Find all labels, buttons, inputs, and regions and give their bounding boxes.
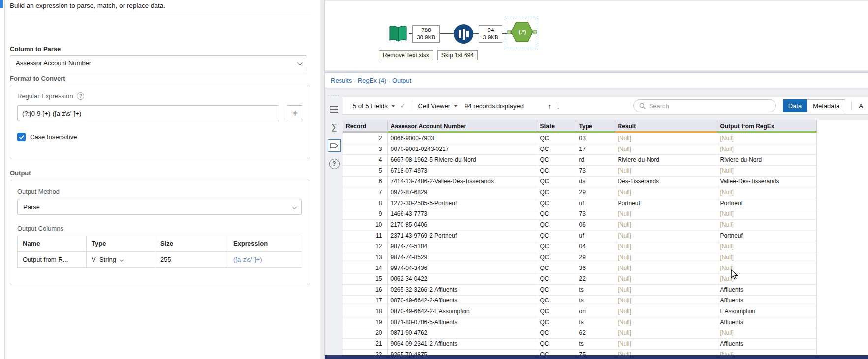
cell[interactable]: 17	[576, 144, 615, 154]
input-tool-annotation[interactable]: Remove Text.xlsx	[379, 50, 433, 60]
cell[interactable]: [Null]	[615, 252, 717, 263]
table-row[interactable]: 102170-85-0406QC06[Null][Null]	[343, 219, 816, 230]
add-expression-button[interactable]: +	[287, 105, 303, 121]
cell[interactable]: QC	[537, 284, 576, 295]
cell[interactable]: [Null]	[717, 133, 816, 144]
help-icon[interactable]: ?	[77, 92, 84, 100]
cell[interactable]: [Null]	[615, 144, 717, 154]
output-column-size[interactable]: 255	[155, 252, 228, 268]
cell[interactable]: [Null]	[717, 252, 816, 263]
cell[interactable]: L'Assomption	[717, 306, 816, 317]
cell[interactable]: uf	[576, 198, 615, 209]
cell[interactable]: Riviere-du-Nord	[615, 154, 717, 165]
cell[interactable]: 73	[576, 209, 615, 219]
cell[interactable]: Affluents	[717, 338, 816, 349]
cell[interactable]: ts	[576, 338, 615, 349]
table-row[interactable]: 30070-9001-0243-0217QC17[Null][Null]	[343, 144, 816, 154]
cell[interactable]: 29	[576, 187, 615, 198]
cell[interactable]: 0070-9001-0243-0217	[387, 144, 537, 154]
column-to-parse-dropdown[interactable]: Assessor Account Number	[10, 55, 307, 71]
column-header[interactable]: Assessor Account Number	[387, 120, 537, 133]
regex-input[interactable]: (?:[0-9-]+)-([a-z\s'-]+)	[17, 105, 279, 121]
record-number-cell[interactable]: 2	[343, 133, 387, 144]
cell[interactable]: 06	[576, 219, 615, 230]
record-number-cell[interactable]: 16	[343, 284, 387, 295]
profile-view-icon[interactable]: ∑	[328, 121, 341, 134]
cell[interactable]: 9974-04-3436	[387, 263, 537, 273]
cell[interactable]: QC	[537, 241, 576, 252]
help-icon[interactable]: ?	[328, 157, 341, 170]
cell[interactable]: Riviere-du-Nord	[717, 154, 816, 165]
fields-dropdown[interactable]: 5 of 5 Fields	[353, 102, 395, 110]
cell[interactable]: [Null]	[615, 219, 717, 230]
cell[interactable]: [Null]	[615, 165, 717, 176]
column-header[interactable]: Type	[576, 120, 615, 133]
record-number-cell[interactable]: 9	[343, 209, 387, 219]
cell[interactable]: [Null]	[717, 165, 816, 176]
cell[interactable]: [Null]	[615, 133, 717, 144]
table-row[interactable]: 150062-34-0422QC22[Null][Null]	[343, 273, 816, 284]
cell[interactable]: [Null]	[615, 338, 717, 349]
cell[interactable]: QC	[537, 133, 576, 144]
cell[interactable]: QC	[537, 317, 576, 328]
record-number-cell[interactable]: 13	[343, 252, 387, 263]
sample-tool[interactable]	[454, 24, 473, 44]
cell[interactable]: rd	[576, 154, 615, 165]
record-number-cell[interactable]: 12	[343, 241, 387, 252]
cell[interactable]: 0871-90-4762	[387, 328, 537, 338]
connection-size-annotation[interactable]: 94 3.9KB	[479, 25, 502, 43]
cell[interactable]: 0265-32-3266-2-Affluents	[387, 284, 537, 295]
output-column-expression[interactable]: ([a-z\s'-]+)	[228, 252, 302, 268]
record-number-cell[interactable]: 17	[343, 295, 387, 306]
cell[interactable]: 6667-08-1962-5-Riviere-du-Nord	[387, 154, 537, 165]
cell[interactable]: QC	[537, 209, 576, 219]
cell[interactable]: 04	[576, 241, 615, 252]
regex-tool[interactable]: (.*)	[511, 22, 533, 42]
cell[interactable]: 0871-80-0706-5-Affluents	[387, 317, 537, 328]
cell[interactable]: Des-Tisserands	[615, 176, 717, 187]
cell[interactable]: uf	[576, 230, 615, 241]
cell[interactable]: 36	[576, 263, 615, 273]
cell[interactable]: [Null]	[717, 241, 816, 252]
record-number-cell[interactable]: 8	[343, 198, 387, 209]
cell[interactable]: [Null]	[717, 187, 816, 198]
sample-tool-annotation[interactable]: Skip 1st 694	[437, 50, 478, 60]
cell[interactable]: QC	[537, 252, 576, 263]
left-scrollbar-track[interactable]	[0, 0, 5, 359]
cell[interactable]: Affluents	[717, 317, 816, 328]
record-number-cell[interactable]: 7	[343, 187, 387, 198]
cell[interactable]: QC	[537, 165, 576, 176]
cell[interactable]: 0062-34-0422	[387, 273, 537, 284]
left-scrollbar-thumb[interactable]	[0, 0, 3, 8]
output-column-row[interactable]: Output from R... V_String 255 ([a-z\s'-]…	[18, 252, 302, 268]
cell[interactable]: QC	[537, 198, 576, 209]
cell[interactable]: [Null]	[615, 187, 717, 198]
case-insensitive-checkbox[interactable]	[17, 133, 26, 141]
cell[interactable]: ts	[576, 317, 615, 328]
record-number-cell[interactable]: 20	[343, 328, 387, 338]
output-method-dropdown[interactable]: Parse	[17, 199, 302, 215]
cell[interactable]: QC	[537, 328, 576, 338]
cell[interactable]: 73	[576, 165, 615, 176]
table-row[interactable]: 180870-49-6642-2-L'AssomptionQCon[Null]L…	[343, 306, 816, 317]
output-column-type[interactable]: V_String	[87, 252, 155, 268]
apply-check-icon[interactable]: ✓	[400, 102, 406, 110]
cell[interactable]: ts	[576, 284, 615, 295]
cell[interactable]: ds	[576, 176, 615, 187]
results-title-link[interactable]: Results - RegEx (4) - Output	[331, 77, 411, 84]
input-anchor[interactable]	[507, 30, 511, 34]
record-number-cell[interactable]: 4	[343, 154, 387, 165]
input-data-tool[interactable]	[387, 24, 409, 45]
cell[interactable]: on	[576, 306, 615, 317]
table-row[interactable]: 149974-04-3436QC36[Null][Null]	[343, 263, 816, 273]
cell[interactable]: [Null]	[717, 209, 816, 219]
cell[interactable]: 2170-85-0406	[387, 219, 537, 230]
column-header[interactable]: State	[537, 120, 576, 133]
table-row[interactable]: 91466-43-7773QC73[Null][Null]	[343, 209, 816, 219]
down-arrow-icon[interactable]: ↓	[557, 102, 560, 110]
cell[interactable]: 7414-13-7486-2-Vallee-Des-Tisserands	[387, 176, 537, 187]
cell[interactable]: QC	[537, 144, 576, 154]
cell[interactable]: [Null]	[615, 273, 717, 284]
record-number-cell[interactable]: 21	[343, 338, 387, 349]
cell[interactable]: Vallee-Des-Tisserands	[717, 176, 816, 187]
